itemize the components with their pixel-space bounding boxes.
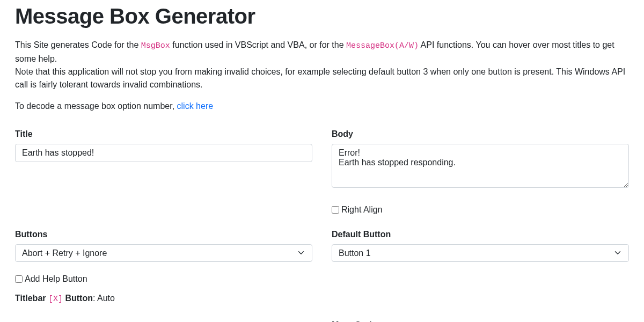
help-button-label: Add Help Button	[25, 273, 87, 286]
titlebar-prefix: Titlebar	[15, 294, 48, 303]
title-input[interactable]	[15, 144, 312, 162]
more-options-label: More Options	[332, 319, 629, 323]
titlebar-suffix: : Auto	[93, 294, 115, 303]
body-textarea[interactable]: Error! Earth has stopped responding.	[332, 144, 629, 188]
right-align-label: Right Align	[341, 203, 383, 216]
default-button-select[interactable]: Button 1	[332, 244, 629, 262]
intro-paragraph-2: Note that this application will not stop…	[15, 65, 629, 91]
intro-text: This Site generates Code for the	[15, 40, 141, 49]
decode-line: To decode a message box option number, c…	[15, 100, 629, 113]
intro-paragraph-1: This Site generates Code for the MsgBox …	[15, 39, 629, 65]
buttons-label: Buttons	[15, 228, 312, 241]
page-title: Message Box Generator	[15, 0, 629, 32]
body-label: Body	[332, 128, 629, 141]
default-button-label: Default Button	[332, 228, 629, 241]
decode-prefix: To decode a message box option number,	[15, 101, 177, 111]
title-label: Title	[15, 128, 312, 141]
titlebar-button-text: Button	[63, 294, 93, 303]
intro-text: function used in VBScript and VBA, or fo…	[170, 40, 346, 49]
code-messagebox: MessageBox(A/W)	[346, 41, 419, 50]
titlebar-x-code: [X]	[48, 295, 63, 304]
code-msgbox: MsgBox	[141, 41, 170, 50]
buttons-select[interactable]: Abort + Retry + Ignore	[15, 244, 312, 262]
help-button-checkbox[interactable]	[15, 275, 23, 283]
right-align-checkbox[interactable]	[332, 206, 339, 214]
decode-link[interactable]: click here	[177, 101, 214, 111]
titlebar-line: Titlebar [X] Button: Auto	[15, 292, 312, 306]
